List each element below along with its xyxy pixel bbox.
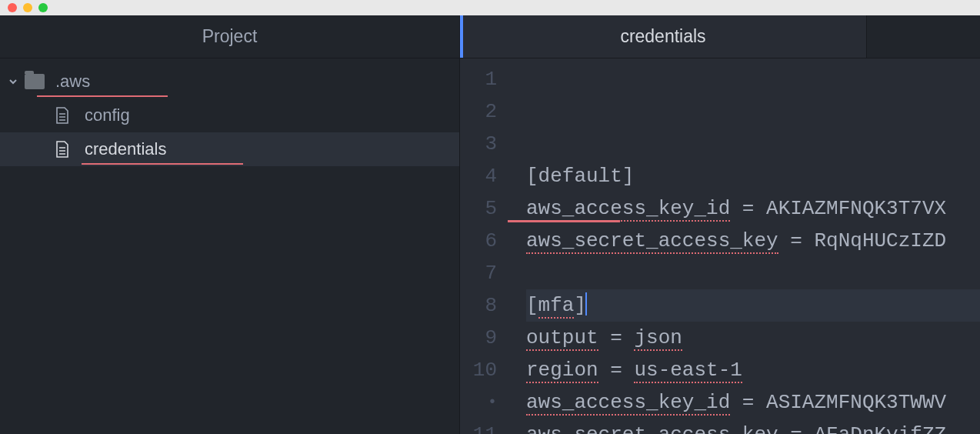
titlebar	[0, 0, 980, 15]
code-line[interactable]: [mfa]	[526, 289, 980, 322]
code-line[interactable]: aws_access_key_id = AKIAZMFNQK3T7VX	[526, 192, 980, 225]
code-token: aws_secret_access_key	[526, 229, 778, 254]
line-number: 2	[460, 95, 497, 128]
code-line[interactable]: [default]	[526, 160, 980, 192]
code-token: =	[778, 229, 815, 252]
line-gutter: 12345678910•11	[460, 63, 508, 434]
code-token: =	[778, 423, 815, 434]
chevron-down-icon[interactable]	[6, 76, 20, 87]
file-icon	[54, 105, 71, 125]
line-number: 4	[460, 160, 497, 192]
code-editor[interactable]: 12345678910•11 [default]aws_access_key_i…	[460, 58, 980, 434]
tree-folder-aws[interactable]: .aws	[0, 65, 459, 98]
minimize-window-button[interactable]	[23, 3, 32, 12]
sidebar-title: Project	[0, 15, 459, 58]
file-icon	[54, 139, 71, 159]
project-sidebar: Project .aws config credentials	[0, 15, 460, 434]
code-token: =	[598, 359, 635, 382]
text-cursor	[585, 292, 587, 315]
code-token: aws_access_key_id	[526, 391, 730, 416]
tree-file-config[interactable]: config	[0, 98, 459, 132]
line-number: 1	[460, 63, 497, 95]
tab-credentials[interactable]: credentials	[460, 15, 866, 58]
maximize-window-button[interactable]	[38, 3, 48, 12]
code-line[interactable]: aws_access_key_id = ASIAZMFNQK3TWWV	[526, 386, 980, 419]
line-number: 3	[460, 128, 497, 160]
code-token: region	[526, 359, 598, 383]
code-token: [default]	[526, 165, 634, 188]
line-number: 6	[460, 225, 497, 257]
code-token: ASIAZMFNQK3TWWV	[766, 391, 946, 414]
line-number: 5	[460, 192, 497, 225]
line-number: 8	[460, 289, 497, 322]
close-window-button[interactable]	[8, 3, 17, 12]
code-token: [	[526, 294, 538, 317]
folder-label: .aws	[55, 72, 90, 92]
line-number: 11	[460, 419, 497, 434]
code-token: =	[598, 326, 635, 349]
code-token: =	[730, 197, 766, 220]
code-line[interactable]: output = json	[526, 322, 980, 354]
file-tree: .aws config credentials	[0, 58, 459, 166]
line-number: 9	[460, 322, 497, 354]
code-token: aws_secret_access_key	[526, 423, 778, 434]
code-line[interactable]: region = us-east-1	[526, 354, 980, 386]
annotation-underline	[82, 163, 243, 165]
folder-icon	[25, 74, 45, 89]
tree-file-credentials[interactable]: credentials	[0, 132, 459, 166]
code-token: RqNqHUCzIZD	[814, 229, 946, 252]
tab-label: credentials	[620, 26, 705, 47]
code-token: aws_access_key_id	[526, 197, 730, 222]
annotation-underline	[37, 95, 168, 97]
tab-bar-empty	[866, 15, 980, 58]
line-number: 7	[460, 257, 497, 289]
main-layout: Project .aws config credentials	[0, 15, 980, 434]
code-token: us-east-1	[634, 359, 742, 383]
tab-bar: credentials	[460, 15, 980, 58]
code-line[interactable]: aws_secret_access_key = RqNqHUCzIZD	[526, 225, 980, 257]
code-token: output	[526, 326, 598, 351]
file-label: config	[85, 105, 130, 125]
code-token: AKIAZMFNQK3T7VX	[766, 197, 946, 220]
code-line[interactable]: aws_secret_access_key = AFaDnKyifZZ	[526, 419, 980, 434]
code-content[interactable]: [default]aws_access_key_id = AKIAZMFNQK3…	[508, 63, 980, 434]
line-number: •	[460, 386, 497, 419]
code-token: json	[634, 326, 682, 351]
code-token: AFaDnKyifZZ	[814, 423, 946, 434]
editor-pane: credentials 12345678910•11 [default]aws_…	[460, 15, 980, 434]
code-token: ]	[574, 294, 586, 317]
code-token: mfa	[538, 294, 575, 319]
code-line[interactable]	[526, 257, 980, 289]
code-token: =	[730, 391, 766, 414]
file-label: credentials	[85, 139, 166, 159]
line-number: 10	[460, 354, 497, 386]
